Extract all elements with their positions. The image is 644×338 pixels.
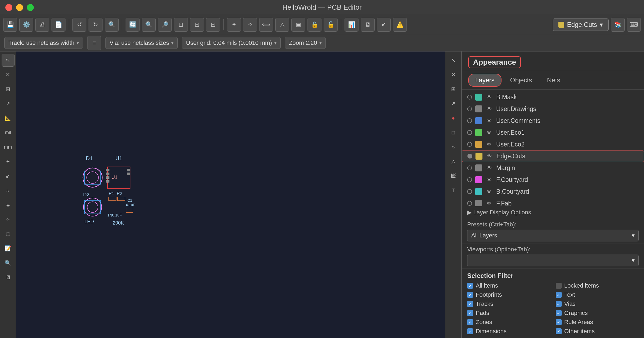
close-button[interactable]: [5, 4, 12, 11]
layer-item-user-comments[interactable]: 👁User.Comments: [462, 115, 644, 127]
rt-image-button[interactable]: 🖼: [447, 170, 460, 182]
select-button[interactable]: ▣: [291, 18, 305, 32]
viewports-dropdown[interactable]: ▾: [467, 255, 639, 266]
manage-footprint-libs-button[interactable]: 📚: [611, 18, 625, 32]
cursor-button[interactable]: ↖: [447, 54, 460, 67]
sf-checkbox[interactable]: ✓: [556, 319, 562, 325]
layer-item-user-eco1[interactable]: 👁User.Eco1: [462, 127, 644, 138]
sf-item-dimensions[interactable]: ✓Dimensions: [467, 328, 550, 335]
sf-item-rule-areas[interactable]: ✓Rule Areas: [556, 319, 639, 326]
layer-visibility-icon[interactable]: 👁: [485, 129, 493, 136]
layer-item-b-mask[interactable]: 👁B.Mask: [462, 91, 644, 103]
layer-visibility-icon[interactable]: 👁: [485, 93, 493, 101]
mirror-button[interactable]: △: [275, 18, 289, 32]
sf-checkbox[interactable]: ✓: [467, 310, 473, 316]
local-ratsnest-tool-button[interactable]: ✕: [2, 68, 14, 81]
layer-visibility-icon[interactable]: 👁: [485, 176, 493, 183]
sf-item-tracks[interactable]: ✓Tracks: [467, 300, 550, 307]
sf-item-graphics[interactable]: ✓Graphics: [556, 310, 639, 317]
rt-square-button[interactable]: □: [447, 126, 460, 139]
inspect-button[interactable]: 🔍: [2, 256, 14, 269]
mil-button[interactable]: mil: [2, 126, 14, 139]
add-footprint-button[interactable]: ✦: [2, 155, 14, 168]
highlight-net-lt-button[interactable]: ✧: [2, 213, 14, 226]
zoom-dropdown[interactable]: Zoom 2.20 ▾: [285, 37, 326, 49]
board-setup-button[interactable]: ⚙️: [19, 18, 33, 32]
crosshair-button[interactable]: ✕: [447, 68, 460, 81]
sf-checkbox[interactable]: ✓: [467, 292, 473, 298]
drc-button[interactable]: ✔: [377, 18, 391, 32]
layer-selector-dropdown[interactable]: Edge.Cuts ▾: [553, 19, 609, 31]
sf-item-pads[interactable]: ✓Pads: [467, 310, 550, 317]
flip-button[interactable]: ⟺: [259, 18, 273, 32]
scripting-button[interactable]: 📝: [2, 242, 14, 255]
fill-zones-button[interactable]: ⬡: [2, 227, 14, 240]
layer-visibility-icon[interactable]: 👁: [485, 164, 493, 172]
sf-checkbox[interactable]: ✓: [556, 310, 562, 316]
sf-item-other-items[interactable]: ✓Other items: [556, 328, 639, 335]
layer-item-b-courtyard[interactable]: 👁B.Courtyard: [462, 186, 644, 197]
sf-item-vias[interactable]: ✓Vias: [556, 300, 639, 307]
unlock-button[interactable]: 🔓: [324, 18, 338, 32]
route-single-track-button[interactable]: ↗: [2, 97, 14, 110]
sf-item-all-items[interactable]: ✓All items: [467, 282, 550, 289]
scripting-console-button[interactable]: ⌨: [627, 18, 641, 32]
select-tool-button[interactable]: ↖: [2, 54, 14, 67]
layer-item-edge-cuts[interactable]: 👁Edge.Cuts: [462, 150, 644, 162]
via-size-dropdown[interactable]: Via: use netclass sizes ▾: [105, 37, 178, 49]
rt-arrow-button[interactable]: △: [447, 155, 460, 168]
canvas[interactable]: D1 U1 U1 D2 R1 R2: [16, 52, 445, 338]
zoom-in-button[interactable]: 🔍: [142, 18, 156, 32]
layer-item-user-drawings[interactable]: 👁User.Drawings: [462, 103, 644, 115]
minimize-button[interactable]: [16, 4, 23, 11]
rt-orange-dot[interactable]: ●: [447, 112, 460, 124]
board3d-button[interactable]: 🖥: [361, 18, 375, 32]
grid-dropdown[interactable]: User grid: 0.04 mils (0.0010 mm) ▾: [182, 37, 280, 49]
layer-visibility-icon[interactable]: 👁: [485, 188, 493, 195]
find-button[interactable]: 🔍: [105, 18, 119, 32]
sf-checkbox[interactable]: [556, 283, 562, 289]
measure-button[interactable]: 📐: [2, 112, 14, 124]
sf-checkbox[interactable]: ✓: [556, 301, 562, 307]
rt-circle-button[interactable]: ○: [447, 141, 460, 153]
sf-item-footprints[interactable]: ✓Footprints: [467, 291, 550, 298]
layer-item-user-eco2[interactable]: 👁User.Eco2: [462, 138, 644, 150]
zoom-out-button[interactable]: 🔎: [158, 18, 172, 32]
component-tool-button[interactable]: ⊞: [2, 83, 14, 95]
tab-objects[interactable]: Objects: [504, 74, 538, 86]
tab-layers[interactable]: Layers: [468, 74, 502, 87]
layer-item-f-fab[interactable]: 👁F.Fab: [462, 197, 644, 206]
draw-zone-button[interactable]: ◈: [2, 199, 14, 211]
layer-item-margin[interactable]: 👁Margin: [462, 162, 644, 174]
sf-item-locked-items[interactable]: Locked items: [556, 282, 639, 289]
save-button[interactable]: 💾: [3, 18, 17, 32]
route-tracks-button[interactable]: ↙: [2, 170, 14, 182]
sf-checkbox[interactable]: ✓: [467, 319, 473, 325]
print-button[interactable]: 🖨: [35, 18, 49, 32]
rt-text-button[interactable]: T: [447, 184, 460, 197]
redo-button[interactable]: ↻: [89, 18, 103, 32]
presets-dropdown[interactable]: All Layers ▾: [467, 230, 639, 241]
layer-visibility-icon[interactable]: 👁: [485, 117, 493, 124]
layer-visibility-icon[interactable]: 👁: [485, 200, 493, 206]
sf-checkbox[interactable]: ✓: [467, 283, 473, 289]
track-width-icon[interactable]: ≡: [87, 36, 101, 50]
netinspector-button[interactable]: 📊: [345, 18, 358, 32]
maximize-button[interactable]: [27, 4, 34, 11]
sf-checkbox[interactable]: ✓: [467, 301, 473, 307]
sf-checkbox[interactable]: ✓: [556, 292, 562, 298]
mm-button[interactable]: mm: [2, 141, 14, 153]
layer-visibility-icon[interactable]: 👁: [485, 105, 493, 113]
layer-display-options[interactable]: ▶ Layer Display Options: [462, 206, 644, 219]
highlight-net-button[interactable]: ✦: [227, 18, 241, 32]
zoom-selection-button[interactable]: ⊞: [190, 18, 204, 32]
plot-button[interactable]: 📄: [52, 18, 65, 32]
track-width-dropdown[interactable]: Track: use netclass width ▾: [4, 37, 83, 49]
zoom-prev-button[interactable]: ⊟: [206, 18, 220, 32]
board-view-button[interactable]: 🖥: [2, 271, 14, 284]
undo-button[interactable]: ↺: [72, 18, 86, 32]
drc-error-button[interactable]: ⚠️: [393, 18, 407, 32]
refresh-button[interactable]: 🔄: [126, 18, 140, 32]
layer-item-f-courtyard[interactable]: 👁F.Courtyard: [462, 174, 644, 186]
sf-item-zones[interactable]: ✓Zones: [467, 319, 550, 326]
